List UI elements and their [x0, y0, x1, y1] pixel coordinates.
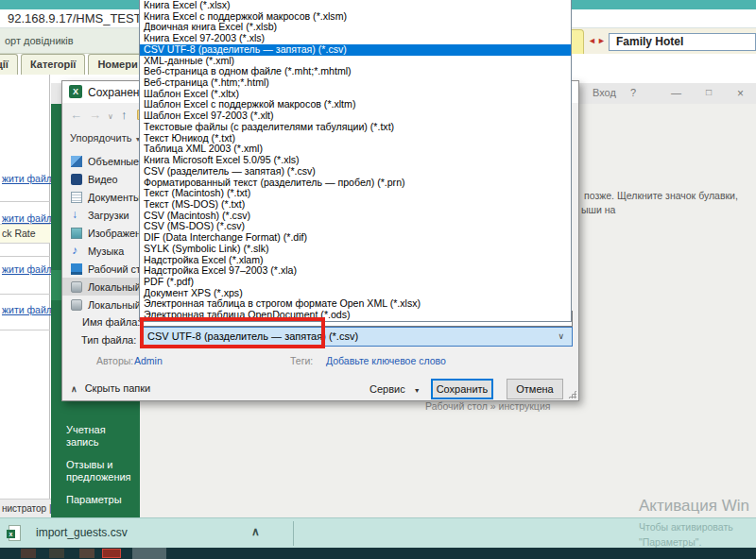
screen: 92.168.9.17/HMS_TEST/Admin/Ho орт довідн… — [0, 0, 756, 559]
filetype-option[interactable]: CSV UTF-8 (разделитель — запятая) (*.csv… — [140, 44, 571, 56]
backstage-hint-line1: позже. Щелкните значок булавки, — [584, 190, 738, 201]
place-item[interactable]: Изображени — [62, 224, 142, 242]
pic-icon — [71, 228, 82, 239]
help-icon[interactable]: ? — [630, 87, 636, 98]
excel-file-icon: x — [9, 525, 21, 541]
disk-icon — [71, 299, 82, 311]
divider — [293, 521, 294, 546]
down-icon — [71, 210, 82, 221]
filetype-option[interactable]: Текст (Macintosh) (*.txt) — [140, 188, 571, 199]
forward-icon[interactable]: → — [89, 108, 101, 122]
download-file-link[interactable]: жити файл — [2, 212, 52, 224]
recent-locations-icon[interactable]: ∨ — [108, 112, 113, 121]
authors-label: Авторы: — [96, 355, 133, 366]
chevron-down-icon: ▼ — [414, 387, 421, 394]
place-item[interactable]: Загрузки — [62, 206, 142, 224]
place-item[interactable]: Рабочий стол — [62, 260, 142, 278]
filetype-option[interactable]: CSV (разделитель — запятая) (*.csv) — [140, 166, 571, 178]
filetype-option[interactable]: Веб-страница в одном файле (*.mht;*.mhtm… — [140, 66, 571, 77]
close-icon[interactable]: × — [737, 87, 744, 100]
filetype-option[interactable]: Шаблон Excel 97-2003 (*.xlt) — [140, 110, 571, 122]
filetype-option[interactable]: Книга Excel с поддержкой макросов (*.xls… — [140, 11, 571, 23]
activation-watermark-line1: Активация Win — [639, 497, 749, 516]
save-button[interactable]: Сохранить — [431, 379, 493, 399]
place-item[interactable]: Локальный д — [62, 296, 142, 313]
tools-label: Сервис — [369, 383, 405, 395]
webpage-tab[interactable]: Категорії — [21, 54, 86, 75]
place-item[interactable]: Объемные о — [62, 152, 142, 170]
place-item[interactable]: Локальный д — [62, 278, 142, 296]
backstage-nav-item[interactable]: Отзывы и предложения — [66, 459, 136, 483]
filetype-dropdown-list: Книга Excel (*.xlsx)Книга Excel с поддер… — [139, 0, 572, 322]
filetype-option[interactable]: Надстройка Excel (*.xlam) — [140, 255, 571, 266]
hide-folders-button[interactable]: ∧ Скрыть папки — [71, 382, 150, 394]
tools-button[interactable]: Сервис ▼ — [369, 383, 421, 395]
place-item[interactable]: Документы — [62, 188, 142, 206]
minimize-icon[interactable]: — — [671, 87, 681, 98]
filetype-option[interactable]: DIF (Data Interchange Format) (*.dif) — [140, 232, 571, 244]
footer-text: нистратор | Р — [0, 500, 54, 518]
filetype-option[interactable]: Текстовые файлы (с разделителями табуляц… — [140, 122, 571, 133]
filetype-option[interactable]: CSV (MS-DOS) (*.csv) — [140, 221, 571, 232]
download-file-link[interactable]: жити файл — [2, 304, 52, 315]
filetype-option[interactable]: Книга Microsoft Excel 5.0/95 (*.xls) — [140, 155, 571, 166]
divider — [0, 294, 50, 295]
filename-label: Имя файла: — [82, 316, 140, 328]
tags-label: Теги: — [290, 355, 313, 366]
filetype-option[interactable]: Веб-страница (*.htm;*.html) — [140, 77, 571, 89]
taskbar-icon[interactable] — [79, 549, 94, 558]
filetype-option[interactable]: Надстройка Excel 97–2003 (*.xla) — [140, 265, 571, 277]
filetype-option[interactable]: Форматированный текст (разделитель — про… — [140, 178, 571, 189]
desktop-icon — [71, 263, 82, 275]
filetype-option[interactable]: CSV (Macintosh) (*.csv) — [140, 211, 571, 222]
organize-button[interactable]: Упорядочить ▼ — [70, 132, 141, 144]
hide-folders-label: Скрыть папки — [85, 382, 151, 394]
taskbar-active-app[interactable] — [132, 548, 166, 559]
hotel-name-field[interactable]: Family Hotel — [609, 33, 756, 51]
backstage-nav: Учетная записьОтзывы и предложенияПараме… — [66, 424, 136, 517]
sign-in-button[interactable]: Вход — [593, 87, 616, 98]
filetype-option[interactable]: Таблица XML 2003 (*.xml) — [140, 144, 571, 155]
excel-app-icon: X — [69, 85, 82, 98]
filetype-option[interactable]: Книга Excel (*.xlsx) — [140, 0, 571, 11]
taskbar-icon[interactable] — [21, 549, 36, 558]
cancel-button[interactable]: Отмена — [507, 379, 563, 399]
cube-icon — [71, 156, 82, 167]
filetype-option[interactable]: PDF (*.pdf) — [140, 277, 571, 288]
filetype-option[interactable]: Шаблон Excel с поддержкой макросов (*.xl… — [140, 99, 571, 110]
divider — [0, 256, 50, 257]
filetype-label: Тип файла: — [81, 334, 136, 346]
video-icon — [71, 174, 82, 185]
nav-arrows-icon[interactable]: ◄► — [588, 36, 607, 45]
up-icon[interactable]: ↑ — [121, 108, 128, 122]
downloaded-file-name[interactable]: import_guests.csv — [36, 526, 128, 539]
music-icon — [71, 246, 82, 257]
resize-grip[interactable] — [568, 390, 576, 398]
back-icon[interactable]: ← — [70, 108, 82, 122]
backstage-nav-item[interactable]: Учетная запись — [66, 424, 136, 449]
maximize-icon[interactable]: □ — [706, 87, 712, 97]
backstage-nav-item[interactable]: Параметры — [66, 494, 136, 506]
filetype-option[interactable]: Текст (MS-DOS) (*.txt) — [140, 199, 571, 211]
filetype-option[interactable]: Электронная таблица в строгом формате Op… — [140, 298, 571, 310]
filetype-option[interactable]: Двоичная книга Excel (*.xlsb) — [140, 22, 571, 33]
filetype-option[interactable]: SYLK (Symbolic Link) (*.slk) — [140, 244, 571, 255]
taskbar-icon-red[interactable] — [102, 549, 121, 558]
filetype-option[interactable]: Книга Excel 97-2003 (*.xls) — [140, 33, 571, 44]
organize-label: Упорядочить — [70, 132, 131, 144]
webpage-tab[interactable]: ції — [0, 54, 18, 75]
filetype-option[interactable]: Текст Юникод (*.txt) — [140, 133, 571, 144]
recent-folder-breadcrumb[interactable]: Рабочий стол » инструкция — [425, 400, 550, 412]
filetype-option[interactable]: XML-данные (*.xml) — [140, 56, 571, 67]
place-item[interactable]: Музыка — [62, 242, 142, 260]
filetype-option[interactable]: Шаблон Excel (*.xltx) — [140, 89, 571, 100]
download-expand-icon[interactable]: ∧ — [251, 525, 260, 538]
filetype-option[interactable]: Документ XPS (*.xps) — [140, 288, 571, 299]
taskbar-icon[interactable] — [49, 549, 64, 558]
authors-value[interactable]: Admin — [134, 355, 163, 366]
download-file-link[interactable]: жити файл — [2, 263, 52, 275]
place-item[interactable]: Видео — [62, 170, 142, 188]
tags-add-link[interactable]: Добавьте ключевое слово — [326, 355, 446, 366]
download-file-link[interactable]: жити файл — [2, 173, 52, 184]
hotel-header-area: ◄► Family Hotel — [563, 28, 756, 54]
